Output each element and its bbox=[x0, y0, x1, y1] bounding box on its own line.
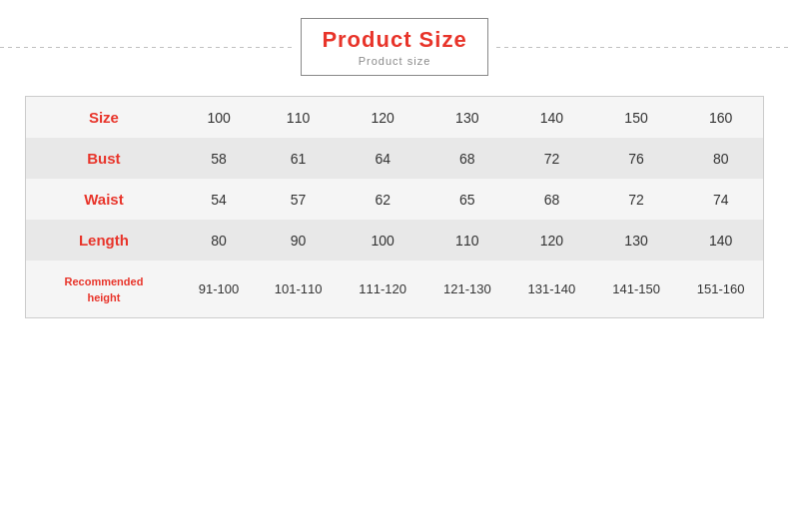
table-row: Bust58616468727680 bbox=[26, 138, 763, 179]
table-cell: 58 bbox=[182, 138, 256, 179]
page-title: Product Size bbox=[322, 27, 466, 53]
header-line-right bbox=[496, 47, 789, 48]
row-label: Bust bbox=[26, 138, 182, 179]
table-cell: 54 bbox=[182, 179, 256, 220]
table-cell: 160 bbox=[678, 97, 763, 138]
table-cell: 68 bbox=[509, 179, 594, 220]
table-row: Length8090100110120130140 bbox=[26, 220, 763, 261]
row-label: Length bbox=[26, 220, 182, 261]
table-cell: 110 bbox=[256, 97, 341, 138]
table-cell: 72 bbox=[594, 179, 679, 220]
table-cell: 151-160 bbox=[678, 261, 763, 317]
table-cell: 91-100 bbox=[182, 261, 256, 317]
row-label: Waist bbox=[26, 179, 182, 220]
table-cell: 65 bbox=[424, 179, 509, 220]
table-cell: 111-120 bbox=[341, 261, 425, 317]
header-box: Product Size Product size bbox=[301, 18, 487, 76]
table-cell: 62 bbox=[341, 179, 425, 220]
size-table-container: Size100110120130140150160Bust58616468727… bbox=[25, 96, 764, 318]
table-cell: 100 bbox=[341, 220, 425, 261]
table-cell: 80 bbox=[678, 138, 763, 179]
table-cell: 57 bbox=[256, 179, 341, 220]
table-cell: 90 bbox=[256, 220, 341, 261]
table-cell: 150 bbox=[594, 97, 679, 138]
table-cell: 110 bbox=[424, 220, 509, 261]
table-row: Size100110120130140150160 bbox=[26, 97, 763, 138]
size-table: Size100110120130140150160Bust58616468727… bbox=[26, 97, 763, 317]
header-line-left bbox=[0, 47, 293, 48]
row-label: Size bbox=[26, 97, 182, 138]
table-cell: 121-130 bbox=[424, 261, 509, 317]
table-cell: 140 bbox=[678, 220, 763, 261]
table-cell: 64 bbox=[341, 138, 425, 179]
table-cell: 80 bbox=[182, 220, 256, 261]
table-cell: 120 bbox=[341, 97, 425, 138]
table-cell: 120 bbox=[509, 220, 594, 261]
header-section: Product Size Product size bbox=[0, 18, 789, 76]
table-cell: 130 bbox=[594, 220, 679, 261]
table-row: Recommendedheight91-100101-110111-120121… bbox=[26, 261, 763, 317]
table-cell: 61 bbox=[256, 138, 341, 179]
table-cell: 101-110 bbox=[256, 261, 341, 317]
table-cell: 72 bbox=[509, 138, 594, 179]
page-subtitle: Product size bbox=[322, 55, 466, 67]
table-cell: 131-140 bbox=[509, 261, 594, 317]
row-label: Recommendedheight bbox=[26, 261, 182, 317]
table-cell: 76 bbox=[594, 138, 679, 179]
table-cell: 74 bbox=[678, 179, 763, 220]
table-cell: 68 bbox=[424, 138, 509, 179]
table-row: Waist54576265687274 bbox=[26, 179, 763, 220]
table-cell: 141-150 bbox=[594, 261, 679, 317]
table-cell: 100 bbox=[182, 97, 256, 138]
table-cell: 130 bbox=[424, 97, 509, 138]
table-cell: 140 bbox=[509, 97, 594, 138]
